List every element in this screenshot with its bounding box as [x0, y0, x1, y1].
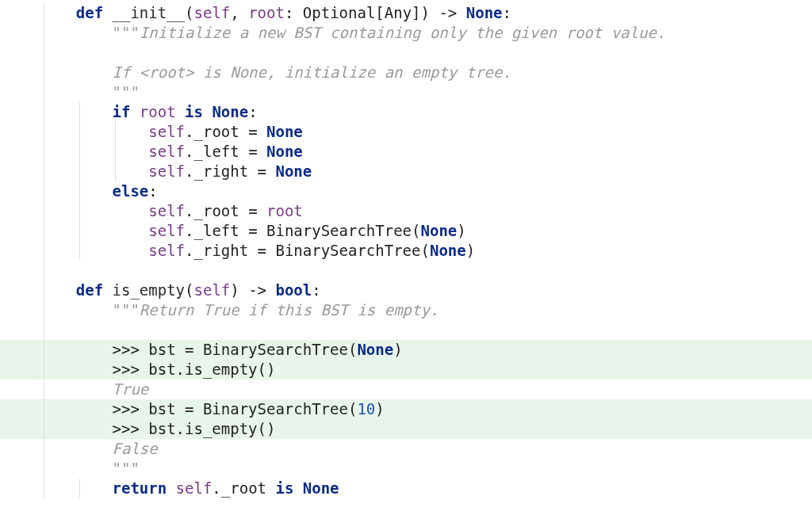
token-op: : [503, 4, 511, 21]
token-docq: """ [113, 83, 140, 101]
indent [40, 83, 113, 101]
indent-guide [115, 122, 116, 142]
code-line: """Return True if this BST is empty. [0, 300, 812, 320]
token-op: . [185, 222, 193, 239]
indent-guide [44, 320, 44, 340]
token-self: self [148, 123, 185, 140]
token-att: _root [194, 202, 239, 219]
token-op: . [185, 123, 193, 140]
token-op: ) [466, 242, 475, 259]
token-op: . [185, 162, 193, 180]
indent-guide [79, 241, 80, 261]
indent-guide [44, 360, 44, 380]
token-doc: False [113, 440, 158, 457]
indent-guide [44, 380, 44, 399]
indent-guide [79, 221, 80, 241]
indent [40, 44, 113, 61]
token-op: : [148, 182, 157, 200]
token-kw: def [76, 281, 113, 299]
code-line: self._left = None [0, 142, 812, 162]
token-self: self [148, 222, 185, 239]
token-op: , [230, 4, 248, 21]
token-att: _root [194, 123, 239, 140]
indent [40, 63, 113, 81]
code-line [0, 320, 812, 340]
token-op: ) [457, 222, 465, 239]
indent-guide [44, 439, 44, 459]
code-line: self._root = root [0, 201, 812, 221]
indent-guide [44, 459, 44, 479]
token-op: = [239, 143, 266, 160]
token-docq: """ [113, 301, 140, 319]
indent-guide [44, 300, 44, 320]
indent-guide [79, 201, 80, 221]
indent [40, 341, 113, 358]
token-op: >>> bst = BinarySearchTree( [113, 400, 358, 418]
token-docq: """ [113, 460, 140, 477]
token-op: = [239, 222, 266, 239]
token-op: . [185, 242, 193, 259]
indent [40, 143, 148, 160]
token-op: ) [393, 341, 402, 358]
token-op: ) -> [230, 281, 275, 299]
indent-guide [44, 102, 44, 122]
indent-guide [44, 419, 44, 439]
token-self: self [148, 202, 185, 219]
indent-guide [79, 162, 80, 181]
code-line: True [0, 380, 812, 399]
token-op: = [248, 162, 275, 180]
indent [40, 400, 113, 418]
token-doc: True [113, 380, 149, 398]
code-line [0, 43, 812, 63]
code-line: >>> bst = BinarySearchTree(None) [0, 340, 812, 360]
token-self: root [140, 103, 176, 120]
token-op [176, 103, 185, 120]
token-kw: is None [185, 103, 248, 120]
token-dunder: __init__ [113, 4, 186, 21]
token-kw: else [113, 182, 149, 200]
indent-guide [44, 280, 44, 300]
token-op: : [285, 4, 303, 21]
indent-guide [44, 399, 44, 419]
token-att: _right [194, 242, 249, 259]
indent [40, 360, 113, 378]
code-line: >>> bst.is_empty() [0, 360, 812, 380]
token-op: >>> bst.is_empty() [113, 360, 276, 378]
indent [40, 103, 113, 120]
token-kw: None [357, 341, 393, 358]
token-self: self [194, 281, 231, 299]
indent-guide [44, 340, 44, 360]
indent-guide [44, 241, 44, 261]
token-op: >>> bst = BinarySearchTree( [113, 341, 358, 358]
code-line: self._right = BinarySearchTree(None) [0, 241, 812, 261]
token-att: _right [194, 162, 249, 180]
indent [40, 440, 113, 457]
token-op: ) [375, 400, 384, 418]
code-line: >>> bst.is_empty() [0, 419, 812, 439]
token-op: ( [412, 222, 420, 239]
indent [40, 202, 148, 219]
token-ty: BinarySearchTree [266, 222, 412, 239]
token-op: [ [375, 4, 384, 21]
token-self: root [266, 202, 303, 219]
code-line: self._root = None [0, 122, 812, 142]
code-line: self._right = None [0, 162, 812, 181]
code-line: def __init__(self, root: Optional[Any]) … [0, 3, 812, 23]
token-doc: Initialize a new BST containing only the… [140, 24, 665, 41]
code-line: If <root> is None, initialize an empty t… [0, 63, 812, 82]
token-ty: BinarySearchTree [275, 242, 420, 259]
indent [40, 242, 148, 259]
indent [40, 123, 148, 140]
indent [40, 4, 76, 21]
token-self: self [194, 4, 231, 21]
code-block: def __init__(self, root: Optional[Any]) … [0, 0, 812, 498]
indent [40, 261, 76, 279]
code-line: if root is None: [0, 102, 812, 122]
token-op: >>> bst.is_empty() [113, 420, 276, 437]
indent-guide [79, 102, 80, 122]
indent-guide [44, 261, 44, 280]
token-op: = [248, 242, 275, 259]
code-line: return self._root is None [0, 479, 812, 498]
token-kw: None [266, 123, 303, 140]
code-line: def is_empty(self) -> bool: [0, 280, 812, 300]
